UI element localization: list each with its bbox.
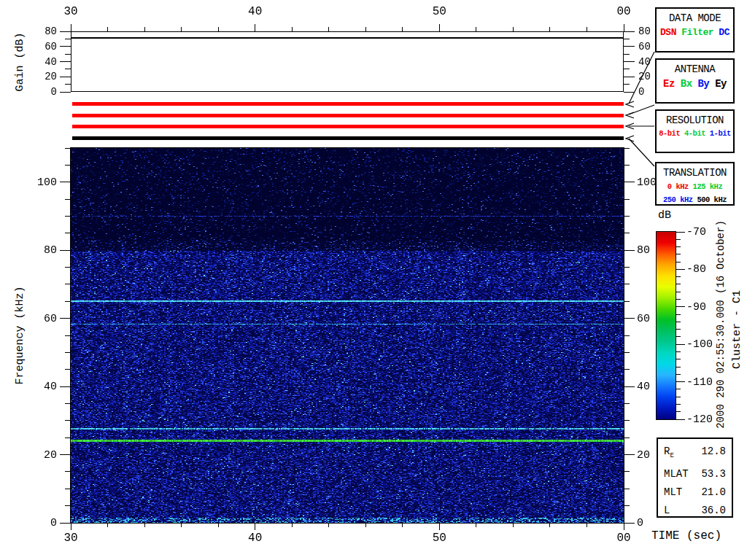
arrow-icon	[626, 123, 634, 129]
top-axis-tick-label: 40	[248, 6, 262, 18]
colorbar-tick	[676, 389, 681, 389]
freq-axis-tick	[65, 267, 71, 268]
spectrogram-panel	[70, 147, 624, 524]
ephemeris-label: MLT	[664, 483, 682, 502]
top-axis-tick-label: 30	[63, 6, 77, 18]
top-axis-tick	[292, 27, 293, 31]
info-box-item: 250 kHz	[663, 195, 693, 204]
bottom-axis-tick	[513, 523, 514, 527]
freq-axis-tick	[624, 352, 630, 353]
colorbar-tick	[676, 359, 681, 359]
gain-axis-tick	[60, 31, 71, 32]
gain-axis-tick	[60, 92, 71, 93]
freq-axis-tick	[65, 369, 71, 370]
gain-axis-tick-label: 80	[638, 26, 651, 36]
data-mode-box: DATA MODE DSN Filter DC	[655, 7, 735, 52]
colorbar-tick	[676, 314, 681, 315]
freq-axis-tick	[624, 318, 635, 319]
freq-axis-tick	[624, 301, 630, 302]
gain-axis-label: Gain (dB)	[15, 32, 26, 91]
bottom-axis-tick	[218, 523, 219, 527]
info-box-row: Ez Bx By Ey	[657, 78, 733, 90]
bottom-axis-tick	[144, 523, 145, 527]
freq-axis-tick	[624, 420, 630, 421]
colorbar	[656, 231, 676, 420]
info-box-item: By	[692, 78, 710, 90]
colorbar-tick	[676, 269, 685, 270]
info-box-item: 500 kHz	[693, 195, 727, 204]
freq-axis-tick-label: 0	[637, 518, 643, 529]
gain-axis-tick-label: 60	[638, 42, 651, 52]
colorbar-tick	[676, 351, 681, 352]
freq-axis-tick	[65, 505, 71, 506]
wbd-spectrogram-display: Gain (dB) Frequency (kHz) dB 2000 290 02…	[0, 0, 747, 560]
arrow-icon	[626, 136, 634, 141]
freq-axis-tick	[624, 182, 635, 182]
freq-axis-tick	[624, 523, 635, 524]
colorbar-tick	[676, 374, 681, 375]
bottom-axis-tick	[292, 523, 293, 527]
gain-axis-tick-label: 20	[638, 71, 651, 82]
data-mode-title: DATA MODE	[657, 12, 733, 24]
colorbar-tick	[676, 329, 681, 330]
gain-axis-tick	[624, 77, 635, 77]
freq-axis-tick	[65, 165, 71, 166]
bottom-axis-tick	[439, 523, 440, 530]
freq-axis-tick	[65, 216, 71, 217]
freq-axis-tick	[624, 199, 630, 200]
top-axis-tick	[255, 24, 255, 31]
freq-axis-tick	[624, 284, 630, 284]
freq-axis-tick	[624, 438, 630, 438]
freq-axis-tick-label: 100	[637, 177, 657, 188]
colorbar-tick	[676, 276, 681, 277]
info-box-row: 8-bit 4-bit 1-bit	[657, 129, 733, 138]
ephemeris-value: 12.8	[701, 443, 726, 465]
colorbar-tick-label: -100	[686, 339, 713, 350]
translation-bar	[72, 136, 624, 140]
ephemeris-label: L	[664, 502, 670, 520]
freq-axis-tick	[60, 250, 71, 251]
info-box-item: Ez	[663, 78, 675, 90]
gain-axis-tick-label: 0	[29, 87, 57, 97]
freq-axis-tick	[65, 301, 71, 302]
antenna-bar	[72, 114, 624, 117]
freq-axis-tick-label: 60	[29, 314, 57, 324]
bottom-axis-tick	[402, 523, 403, 527]
freq-axis-tick-label: 0	[29, 518, 57, 529]
bottom-axis-tick	[476, 523, 476, 527]
timestamp-label: 2000 290 02:55:30.000 (16 October)	[716, 220, 726, 429]
gain-axis-tick	[624, 39, 630, 39]
freq-axis-tick	[65, 438, 71, 438]
resolution-box: RESOLUTION 8-bit 4-bit 1-bit	[655, 109, 735, 153]
colorbar-tick-label: -80	[686, 264, 706, 275]
data-mode-bar	[72, 102, 624, 106]
ephemeris-row: MLAT53.3	[658, 465, 732, 483]
colorbar-tick	[676, 336, 681, 337]
resolution-bar	[72, 125, 624, 128]
gain-axis-tick	[624, 46, 635, 47]
top-axis-tick	[144, 27, 145, 31]
ephemeris-value: 21.0	[701, 483, 726, 502]
top-axis-tick	[513, 27, 514, 31]
gain-axis-tick-label: 0	[638, 87, 644, 97]
info-box-row: 250 kHz 500 kHz	[657, 195, 733, 205]
info-box-item: Ey	[709, 78, 727, 90]
freq-axis-tick	[624, 267, 630, 268]
gain-axis-tick	[60, 77, 71, 77]
info-box-row: DSN Filter DC	[657, 27, 733, 38]
freq-axis-tick	[624, 216, 630, 217]
arrow-icon	[626, 101, 634, 107]
colorbar-units-label: dB	[658, 210, 671, 221]
colorbar-tick	[676, 404, 681, 405]
info-box-item: Filter	[676, 27, 713, 38]
info-box-item: DC	[713, 27, 729, 38]
freq-axis-tick	[65, 352, 71, 353]
info-box-item: 1-bit	[705, 129, 731, 138]
gain-axis-tick	[65, 54, 71, 55]
gain-axis-tick	[65, 84, 71, 85]
colorbar-tick	[676, 322, 681, 322]
freq-axis-tick	[65, 284, 71, 284]
colorbar-tick-label: -90	[686, 302, 706, 313]
freq-axis-tick	[60, 182, 71, 182]
colorbar-tick	[676, 306, 685, 307]
